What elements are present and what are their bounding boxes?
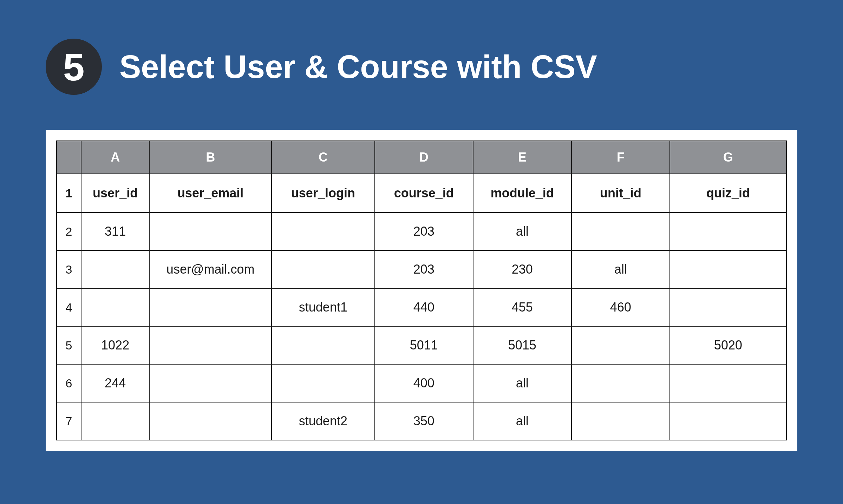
header-module-id: module_id [473,174,571,212]
cell: 203 [375,212,473,250]
col-header-E: E [473,141,571,174]
col-header-G: G [670,141,786,174]
cell: 400 [375,364,473,402]
cell [81,288,149,326]
cell: all [473,402,571,440]
corner-cell [57,141,81,174]
step-number: 5 [63,45,84,89]
header-unit-id: unit_id [571,174,670,212]
cell: 1022 [81,326,149,364]
cell [670,212,786,250]
cell [81,250,149,288]
cell [670,402,786,440]
row-number: 1 [57,174,81,212]
row-number: 7 [57,402,81,440]
cell: 5015 [473,326,571,364]
cell: 5011 [375,326,473,364]
step-circle: 5 [46,39,102,95]
cell [272,326,375,364]
cell [149,326,272,364]
step-header: 5 Select User & Course with CSV [46,39,797,95]
column-letter-row: A B C D E F G [57,141,786,174]
cell: 230 [473,250,571,288]
col-header-A: A [81,141,149,174]
cell: 311 [81,212,149,250]
header-user-email: user_email [149,174,272,212]
header-course-id: course_id [375,174,473,212]
cell [571,364,670,402]
cell: 460 [571,288,670,326]
header-quiz-id: quiz_id [670,174,786,212]
table-row: 6 244 400 all [57,364,786,402]
cell: 350 [375,402,473,440]
cell [149,402,272,440]
cell: 203 [375,250,473,288]
row-number: 2 [57,212,81,250]
cell: student1 [272,288,375,326]
table-row: 5 1022 5011 5015 5020 [57,326,786,364]
cell [670,250,786,288]
header-user-id: user_id [81,174,149,212]
header-user-login: user_login [272,174,375,212]
cell: 5020 [670,326,786,364]
cell [571,326,670,364]
table-row: 4 student1 440 455 460 [57,288,786,326]
page-title: Select User & Course with CSV [119,48,597,85]
cell: all [473,364,571,402]
spreadsheet-container: A B C D E F G 1 user_id user_email user_… [46,130,797,451]
row-number: 4 [57,288,81,326]
row-number: 5 [57,326,81,364]
cell: 440 [375,288,473,326]
cell [272,212,375,250]
cell [670,364,786,402]
cell [571,212,670,250]
cell: 455 [473,288,571,326]
field-header-row: 1 user_id user_email user_login course_i… [57,174,786,212]
csv-spreadsheet: A B C D E F G 1 user_id user_email user_… [56,140,787,440]
cell: student2 [272,402,375,440]
col-header-F: F [571,141,670,174]
row-number: 6 [57,364,81,402]
col-header-D: D [375,141,473,174]
cell [272,364,375,402]
cell [670,288,786,326]
cell [149,364,272,402]
cell: all [571,250,670,288]
cell [272,250,375,288]
cell [149,288,272,326]
cell: all [473,212,571,250]
cell [149,212,272,250]
table-row: 2 311 203 all [57,212,786,250]
table-row: 7 student2 350 all [57,402,786,440]
cell [81,402,149,440]
cell: user@mail.com [149,250,272,288]
cell: 244 [81,364,149,402]
col-header-B: B [149,141,272,174]
cell [571,402,670,440]
row-number: 3 [57,250,81,288]
col-header-C: C [272,141,375,174]
table-row: 3 user@mail.com 203 230 all [57,250,786,288]
